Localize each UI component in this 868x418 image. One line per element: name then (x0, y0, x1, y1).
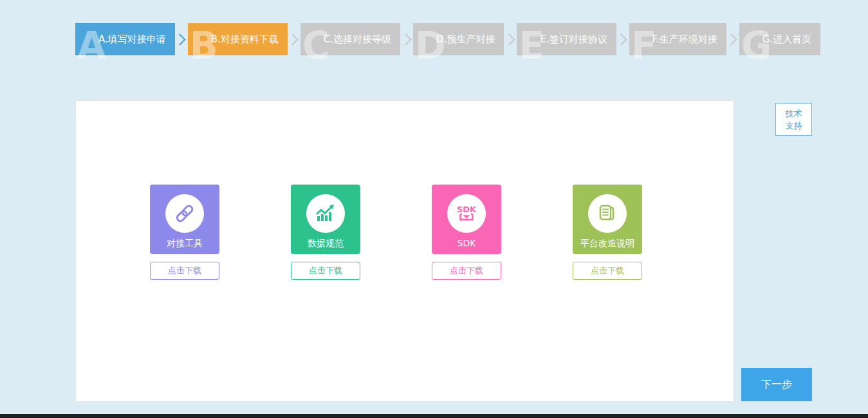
wizard-step-c[interactable]: C C.选择对接等级 (300, 23, 400, 55)
next-step-button[interactable]: 下一步 (741, 368, 812, 401)
card-title: 对接工具 (167, 238, 203, 250)
download-button-platform-notes[interactable]: 点击下载 (573, 262, 642, 280)
download-button-data-spec[interactable]: 点击下载 (291, 262, 360, 280)
wizard-step-a[interactable]: A A.填写对接申请 (75, 23, 175, 55)
download-button-sdk[interactable]: 点击下载 (432, 262, 501, 280)
wizard-step-b[interactable]: B B.对接资料下载 (188, 23, 288, 55)
documents-icon (596, 202, 619, 225)
step-label: F.生产环境对接 (652, 33, 717, 46)
step-separator (175, 35, 188, 44)
chevron-right-icon (174, 33, 186, 45)
icon-circle (588, 194, 627, 233)
chevron-right-icon (725, 33, 737, 45)
download-card-sdk: SDK SDK 点击下载 (432, 185, 501, 280)
platform-notes-tile[interactable]: 平台改造说明 (573, 185, 642, 254)
sdk-download-icon: SDK (455, 202, 478, 225)
step-separator (616, 35, 629, 44)
step-separator (504, 35, 517, 44)
bar-chart-icon (314, 202, 337, 225)
download-panel: 对接工具 点击下载 数据规范 点击下载 (75, 100, 734, 402)
svg-text:SDK: SDK (457, 204, 477, 214)
download-card-data-spec: 数据规范 点击下载 (291, 185, 360, 280)
download-card-docking-tool: 对接工具 点击下载 (150, 185, 219, 280)
step-separator (288, 35, 300, 44)
card-title: SDK (457, 238, 476, 248)
chevron-right-icon (615, 33, 627, 45)
step-separator (726, 35, 739, 44)
tech-support-button[interactable]: 技术 支持 (775, 103, 812, 136)
icon-circle: SDK (447, 194, 486, 233)
download-button-docking-tool[interactable]: 点击下载 (150, 262, 219, 280)
tech-support-line2: 支持 (786, 120, 802, 132)
card-title: 数据规范 (308, 238, 344, 250)
link-icon (173, 202, 196, 225)
wizard-step-f[interactable]: F F.生产环境对接 (629, 23, 726, 55)
step-label: A.填写对接申请 (98, 33, 166, 46)
wizard-step-d[interactable]: D D.预生产对接 (413, 23, 504, 55)
icon-circle (306, 194, 345, 233)
chevron-right-icon (400, 33, 411, 45)
footer-bar (0, 414, 868, 418)
step-separator (400, 35, 413, 44)
tech-support-line1: 技术 (786, 107, 802, 120)
chevron-right-icon (287, 33, 299, 45)
data-spec-tile[interactable]: 数据规范 (291, 185, 360, 254)
step-label: C.选择对接等级 (324, 33, 391, 46)
wizard-step-e[interactable]: E E.签订对接协议 (517, 23, 616, 55)
icon-circle (165, 194, 204, 233)
wizard-step-g[interactable]: G G.进入首页 (739, 23, 820, 55)
step-label: B.对接资料下载 (211, 33, 279, 46)
step-wizard: A A.填写对接申请 B B.对接资料下载 C C.选择对接等级 D D.预生产… (75, 23, 820, 55)
step-label: E.签订对接协议 (540, 33, 607, 46)
step-label: G.进入首页 (762, 33, 811, 46)
chevron-right-icon (503, 33, 515, 45)
card-title: 平台改造说明 (580, 238, 634, 250)
download-card-platform-notes: 平台改造说明 点击下载 (573, 185, 642, 280)
step-label: D.预生产对接 (436, 33, 495, 46)
docking-tool-tile[interactable]: 对接工具 (150, 185, 219, 254)
sdk-tile[interactable]: SDK SDK (432, 185, 501, 254)
